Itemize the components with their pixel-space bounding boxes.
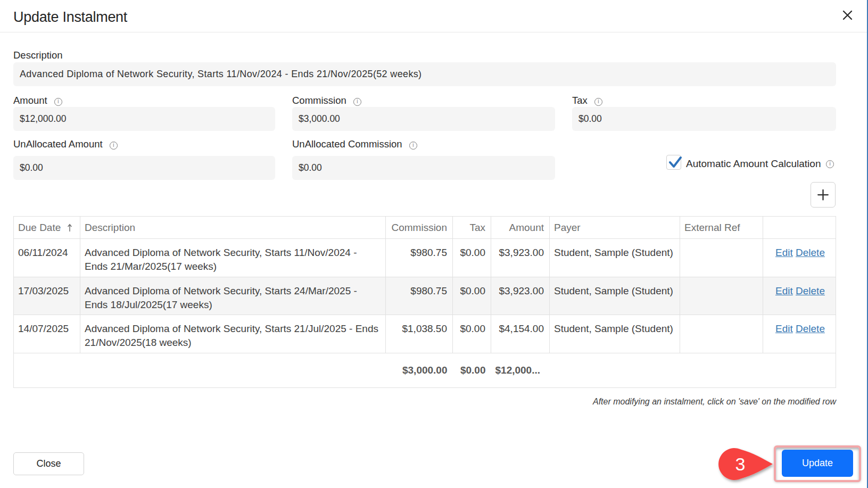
svg-text:3: 3	[735, 454, 746, 474]
